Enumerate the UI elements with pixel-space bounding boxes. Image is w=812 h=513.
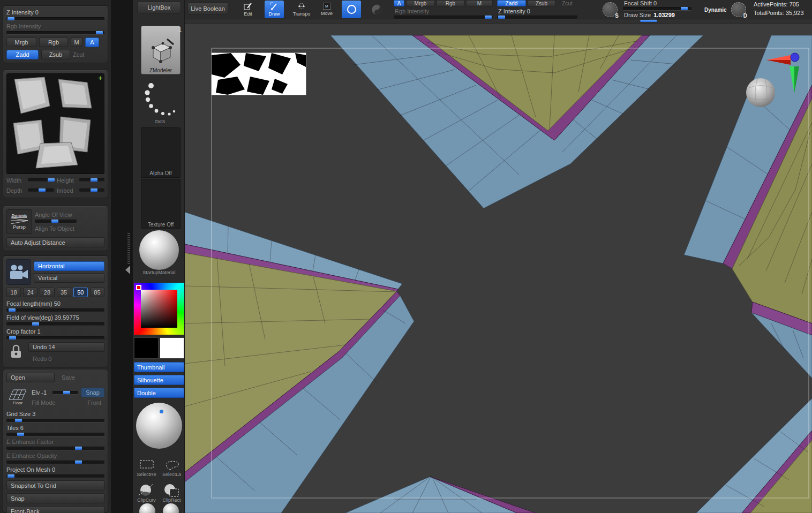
silhouette-button[interactable]: Silhouette xyxy=(134,375,184,385)
preview-sphere[interactable] xyxy=(136,403,182,449)
tray-drag-handle[interactable] xyxy=(127,233,130,264)
focal-preset-85[interactable]: 85 xyxy=(90,288,104,297)
clip-curve-icon xyxy=(137,482,156,497)
move-button[interactable]: M Move xyxy=(318,1,336,18)
viewport[interactable] xyxy=(185,24,812,513)
depth-slider[interactable] xyxy=(28,188,54,192)
dynamic-subdiv-button[interactable]: D xyxy=(731,2,746,17)
transpose-button[interactable]: Transpo xyxy=(289,1,314,18)
front-back-button[interactable]: Front-Back xyxy=(6,506,104,513)
lock-camera-button[interactable] xyxy=(6,343,26,363)
model-mesh[interactable] xyxy=(185,35,812,513)
angle-of-view-slider[interactable] xyxy=(35,220,77,223)
imbed-slider[interactable] xyxy=(79,188,104,192)
grid-size-slider[interactable] xyxy=(6,419,104,423)
save-button[interactable]: Save xyxy=(57,373,104,382)
focal-preset-35[interactable]: 35 xyxy=(57,288,71,297)
z-axis-dot[interactable] xyxy=(791,53,799,62)
project-on-mesh-slider[interactable] xyxy=(6,474,104,478)
focal-preset-24[interactable]: 24 xyxy=(23,288,37,297)
material-selector[interactable]: StartupMaterial xyxy=(136,230,183,280)
saturation-square[interactable] xyxy=(141,290,177,328)
dynamic-mode-label[interactable]: Dynamic xyxy=(704,7,727,13)
floor-section: Open Save Floor xyxy=(3,369,108,513)
color-selector-swatch[interactable] xyxy=(136,285,141,290)
divider-handle[interactable] xyxy=(640,20,657,22)
select-rect-button[interactable]: SelectRe xyxy=(134,452,159,477)
tiles-slider[interactable] xyxy=(6,433,104,436)
e-enhance-factor-slider[interactable] xyxy=(6,447,104,450)
focal-length-slider[interactable] xyxy=(6,308,104,312)
snap-chip[interactable]: Snap xyxy=(81,388,104,397)
focal-shift-slider[interactable] xyxy=(623,7,691,11)
focal-preset-28[interactable]: 28 xyxy=(40,288,54,297)
collapse-tray-icon[interactable] xyxy=(125,266,130,274)
horizontal-button[interactable]: Horizontal xyxy=(34,261,104,271)
stroke-curve-button[interactable]: S xyxy=(603,2,618,17)
height-slider[interactable] xyxy=(79,178,104,182)
open-button[interactable]: Open xyxy=(6,373,55,382)
toolbar-rgb-intensity-slider[interactable] xyxy=(394,16,493,19)
zadd-button[interactable]: Zadd xyxy=(6,50,39,59)
toolbar-zadd-chip[interactable]: Zadd xyxy=(497,0,526,6)
toolbar-mrgb-chip[interactable]: Mrgb xyxy=(406,0,435,6)
color-picker[interactable] xyxy=(134,283,184,335)
gizmo-sphere[interactable] xyxy=(746,78,775,107)
add-icon[interactable]: + xyxy=(98,74,102,82)
viewport-canvas[interactable] xyxy=(185,24,812,513)
m-button[interactable]: M xyxy=(71,37,82,47)
toolbar-m-chip[interactable]: M xyxy=(466,0,493,6)
auto-adjust-distance-button[interactable]: Auto Adjust Distance xyxy=(6,237,104,247)
angle-of-view-label: Angle Of View xyxy=(35,212,104,218)
floor-button[interactable]: Floor xyxy=(6,385,29,409)
secondary-color-swatch[interactable] xyxy=(160,337,184,359)
z-intensity-slider[interactable] xyxy=(6,17,104,21)
snap-button[interactable]: Snap xyxy=(6,493,104,503)
current-brush-zmodeler[interactable]: ZModeler xyxy=(141,26,181,74)
camera-button[interactable] xyxy=(6,259,31,285)
perspective-button[interactable]: Dynamic Persp xyxy=(6,209,32,234)
alpha-selector[interactable]: Alpha Off xyxy=(141,127,181,178)
lightbox-button[interactable]: LightBox xyxy=(137,2,181,13)
width-slider[interactable] xyxy=(28,178,54,182)
elv-slider[interactable] xyxy=(52,391,78,395)
toolbar-zcut-chip[interactable]: Zcut xyxy=(557,0,577,6)
thumbnail-button[interactable]: Thumbnail xyxy=(134,362,184,372)
a-button[interactable]: A xyxy=(85,37,99,47)
simple-brush-button[interactable] xyxy=(368,1,386,18)
z-intensity-label: Z Intensity 0 xyxy=(6,9,104,16)
e-enhance-opacity-slider[interactable] xyxy=(6,461,104,464)
toolbar-z-intensity-slider[interactable] xyxy=(497,16,577,19)
main-color-swatch[interactable] xyxy=(134,337,159,359)
edit-button[interactable]: Edit xyxy=(238,1,258,18)
focal-length-label: Focal length(mm) 50 xyxy=(6,300,104,307)
undo-button[interactable]: Undo 14 xyxy=(28,342,104,352)
clip-curve-button[interactable]: ClipCurv xyxy=(134,478,159,503)
draw-button[interactable]: Draw xyxy=(265,1,284,18)
crop-factor-slider[interactable] xyxy=(6,336,104,340)
texture-selector[interactable]: Texture Off xyxy=(141,179,181,229)
brush-circle-button[interactable] xyxy=(342,1,361,18)
toolbar-rgb-chip[interactable]: Rgb xyxy=(437,0,464,6)
reference-thumbnail[interactable] xyxy=(212,53,306,95)
rgb-intensity-slider[interactable] xyxy=(6,31,104,35)
select-lasso-button[interactable]: SelectLa xyxy=(160,452,184,477)
toolbar-zsub-chip[interactable]: Zsub xyxy=(528,0,555,6)
focal-preset-50[interactable]: 50 xyxy=(73,288,88,297)
snapshot-to-grid-button[interactable]: Snapshot To Grid xyxy=(6,480,104,491)
zsub-button[interactable]: Zsub xyxy=(41,50,70,59)
curve-brush-icon[interactable] xyxy=(139,503,155,513)
focal-preset-18[interactable]: 18 xyxy=(6,288,21,297)
double-button[interactable]: Double xyxy=(134,388,184,398)
mrgb-button[interactable]: Mrgb xyxy=(6,37,36,47)
clip-rect-button[interactable]: ClipRect xyxy=(160,478,184,503)
live-boolean-button[interactable]: Live Boolean xyxy=(187,2,228,14)
rgb-button[interactable]: Rgb xyxy=(39,37,68,47)
field-of-view-slider[interactable] xyxy=(6,322,104,326)
curve-brush-icon-2[interactable] xyxy=(163,503,179,513)
stroke-selector[interactable]: Dots xyxy=(141,79,179,124)
redo-button[interactable]: Redo 0 xyxy=(28,354,104,364)
brush-preview-box[interactable]: + xyxy=(6,73,104,174)
toolbar-a-chip[interactable]: A xyxy=(394,0,404,6)
vertical-button[interactable]: Vertical xyxy=(34,273,104,283)
